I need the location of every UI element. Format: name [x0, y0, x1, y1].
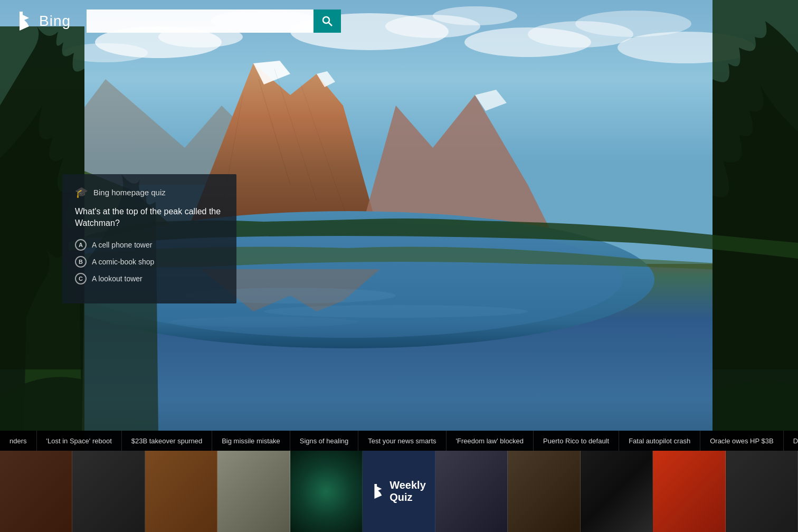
wq-bing-b: [372, 484, 386, 499]
quiz-option-b[interactable]: B A comic-book shop: [75, 256, 224, 268]
svg-line-32: [329, 23, 332, 26]
news-thumb-4[interactable]: [290, 451, 363, 532]
header: Bing: [0, 0, 798, 42]
option-c-text: A lookout tower: [92, 274, 142, 283]
svg-point-29: [264, 305, 528, 318]
option-b-circle: B: [75, 256, 87, 268]
thumb-label-8: [581, 528, 652, 532]
option-a-text: A cell phone tower: [92, 241, 152, 249]
thumb-label-1: [72, 528, 144, 532]
news-thumb-9[interactable]: [653, 451, 725, 532]
ticker-item-10[interactable]: Done wi: [784, 431, 798, 451]
bing-b-icon: [16, 12, 35, 31]
thumb-label-9: [653, 528, 725, 532]
ticker-item-3[interactable]: Big missile mistake: [212, 431, 290, 451]
thumb-label-0: [0, 528, 72, 532]
news-thumb-1[interactable]: [72, 451, 145, 532]
news-thumb-3[interactable]: [217, 451, 290, 532]
bing-logo: Bing: [16, 12, 71, 31]
news-bar: nders'Lost in Space' reboot$23B takeover…: [0, 431, 798, 532]
news-thumb-5[interactable]: WeeklyQuiz: [363, 451, 435, 532]
quiz-option-a[interactable]: A A cell phone tower: [75, 239, 224, 251]
news-ticker: nders'Lost in Space' reboot$23B takeover…: [0, 431, 798, 451]
ticker-item-4[interactable]: Signs of healing: [290, 431, 359, 451]
news-thumbnails: WeeklyQuiz: [0, 451, 798, 532]
svg-point-30: [169, 317, 359, 327]
svg-point-31: [323, 17, 329, 23]
news-thumb-8[interactable]: [581, 451, 653, 532]
quiz-card: 🎓 Bing homepage quiz What's at the top o…: [62, 174, 236, 303]
news-thumb-6[interactable]: [435, 451, 508, 532]
option-a-circle: A: [75, 239, 87, 251]
thumb-label-6: [435, 528, 507, 532]
news-thumb-2[interactable]: [145, 451, 217, 532]
ticker-item-7[interactable]: Puerto Rico to default: [534, 431, 619, 451]
thumb-label-4: [290, 528, 362, 532]
quiz-icon: 🎓: [75, 186, 88, 198]
thumb-label-10: [726, 528, 797, 532]
weekly-quiz-text: WeeklyQuiz: [390, 479, 426, 504]
quiz-question: What's at the top of the peak called the…: [75, 206, 224, 230]
ticker-item-0[interactable]: nders: [0, 431, 37, 451]
ticker-item-5[interactable]: Test your news smarts: [358, 431, 446, 451]
quiz-header: 🎓 Bing homepage quiz: [75, 186, 224, 198]
option-b-text: A comic-book shop: [92, 258, 154, 266]
quiz-title: Bing homepage quiz: [93, 188, 166, 197]
option-c-circle: C: [75, 273, 87, 284]
ticker-item-8[interactable]: Fatal autopilot crash: [619, 431, 700, 451]
bing-wordmark: Bing: [39, 13, 71, 30]
quiz-option-c[interactable]: C A lookout tower: [75, 273, 224, 284]
ticker-item-2[interactable]: $23B takeover spurned: [122, 431, 212, 451]
search-container: [87, 10, 341, 33]
search-input[interactable]: [87, 10, 314, 33]
ticker-item-9[interactable]: Oracle owes HP $3B: [700, 431, 783, 451]
news-items-strip: nders'Lost in Space' reboot$23B takeover…: [0, 431, 798, 451]
ticker-item-1[interactable]: 'Lost in Space' reboot: [37, 431, 122, 451]
search-icon: [322, 16, 332, 26]
thumb-label-3: [217, 528, 289, 532]
search-button[interactable]: [314, 10, 341, 33]
news-thumb-10[interactable]: [726, 451, 798, 532]
ticker-item-6[interactable]: 'Freedom law' blocked: [446, 431, 534, 451]
news-thumb-7[interactable]: [508, 451, 580, 532]
thumb-label-2: [145, 528, 217, 532]
news-thumb-0[interactable]: [0, 451, 72, 532]
thumb-label-7: [508, 528, 580, 532]
